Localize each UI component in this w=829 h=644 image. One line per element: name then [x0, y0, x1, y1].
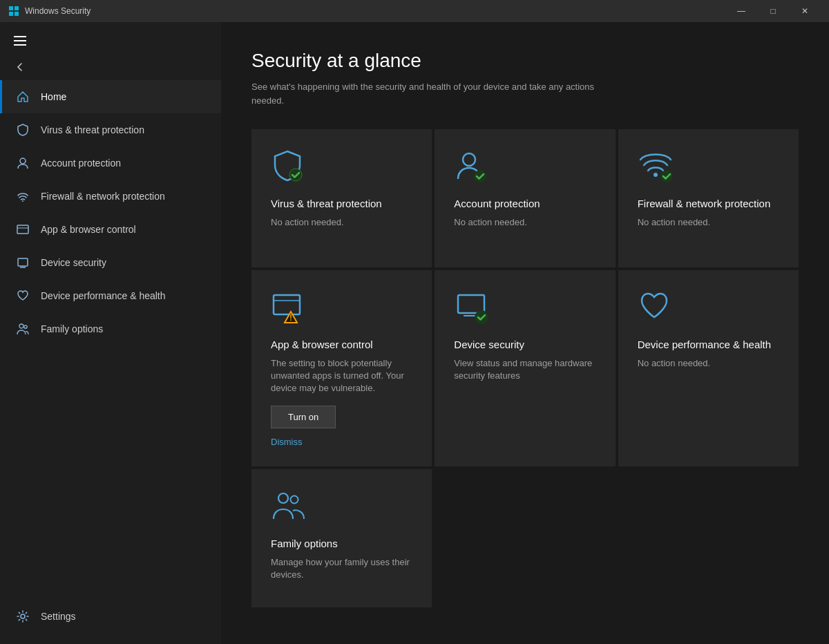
firewall-card-desc: No action needed. [638, 216, 779, 229]
family-card-title: Family options [271, 537, 412, 551]
app-icon [8, 6, 19, 17]
sidebar-item-virus[interactable]: Virus & threat protection [0, 113, 221, 146]
browser-icon [16, 222, 30, 236]
device-perf-card-icon [638, 290, 674, 325]
virus-card-desc: No action needed. [271, 216, 412, 229]
dismiss-link[interactable]: Dismiss [271, 437, 412, 447]
cards-row-3: Family options Manage how your family us… [251, 469, 799, 607]
sidebar-item-family[interactable]: Family options [0, 312, 221, 345]
svg-point-5 [22, 200, 23, 202]
svg-point-26 [278, 493, 288, 503]
virus-card[interactable]: Virus & threat protection No action need… [251, 129, 432, 267]
firewall-card-icon [638, 149, 674, 184]
app-browser-card[interactable]: ! App & browser control The setting to b… [251, 270, 432, 466]
sidebar-item-app-browser-label: App & browser control [41, 224, 136, 235]
maximize-button[interactable]: □ [757, 0, 789, 22]
window-controls: — □ ✕ [725, 0, 821, 22]
app-browser-card-desc: The setting to block potentially unwante… [271, 357, 412, 395]
svg-point-14 [289, 169, 302, 181]
app-browser-card-title: App & browser control [271, 338, 412, 352]
sidebar-item-device-security-label: Device security [41, 257, 106, 268]
svg-point-16 [474, 170, 486, 182]
sidebar-nav: Home Virus & threat protection [0, 80, 221, 594]
device-perf-card-title: Device performance & health [638, 338, 779, 352]
device-security-icon [16, 256, 30, 269]
svg-rect-1 [15, 6, 19, 10]
app-browser-card-icon: ! [271, 290, 307, 325]
device-security-card[interactable]: Device security View status and manage h… [435, 270, 615, 466]
svg-point-25 [475, 310, 488, 324]
sidebar-item-virus-label: Virus & threat protection [41, 124, 144, 135]
turn-on-button[interactable]: Turn on [271, 406, 336, 428]
sidebar-item-device-security[interactable]: Device security [0, 246, 221, 279]
account-card-icon [454, 149, 490, 184]
svg-point-17 [654, 173, 658, 177]
sidebar-item-home[interactable]: Home [0, 80, 221, 113]
svg-point-10 [19, 324, 23, 328]
sidebar-settings: Settings [0, 600, 221, 644]
titlebar: Windows Security — □ ✕ [0, 0, 829, 22]
settings-icon [16, 609, 30, 623]
sidebar-item-device-perf-label: Device performance & health [41, 290, 166, 301]
sidebar-item-account-label: Account protection [41, 158, 121, 169]
virus-card-icon [271, 149, 307, 184]
wifi-icon [16, 189, 30, 203]
main-content: Security at a glance See what's happenin… [221, 22, 829, 644]
device-perf-card[interactable]: Device performance & health No action ne… [618, 270, 799, 466]
device-perf-card-desc: No action needed. [638, 357, 779, 370]
sidebar-item-settings[interactable]: Settings [0, 600, 221, 633]
app-body: Home Virus & threat protection [0, 22, 829, 644]
account-card-desc: No action needed. [454, 216, 595, 229]
page-subtitle: See what's happening with the security a… [251, 80, 597, 107]
sidebar-item-firewall[interactable]: Firewall & network protection [0, 180, 221, 213]
account-card[interactable]: Account protection No action needed. [435, 129, 615, 267]
minimize-button[interactable]: — [725, 0, 757, 22]
person-icon [16, 156, 30, 170]
hamburger-icon [14, 36, 26, 46]
svg-point-27 [291, 496, 298, 504]
cards-row-1: Virus & threat protection No action need… [251, 129, 799, 267]
back-button[interactable] [0, 54, 221, 80]
svg-point-12 [21, 614, 25, 618]
svg-rect-6 [17, 225, 28, 234]
close-button[interactable]: ✕ [789, 0, 821, 22]
device-security-card-title: Device security [454, 338, 595, 352]
device-security-card-icon [454, 290, 490, 325]
sidebar-item-firewall-label: Firewall & network protection [41, 191, 165, 202]
family-card-icon [271, 489, 307, 524]
svg-rect-23 [458, 295, 484, 313]
svg-point-4 [20, 158, 26, 164]
family-card[interactable]: Family options Manage how your family us… [251, 469, 432, 607]
cards-row-2: ! App & browser control The setting to b… [251, 270, 799, 466]
titlebar-title: Windows Security [25, 6, 725, 16]
sidebar-item-device-perf[interactable]: Device performance & health [0, 279, 221, 312]
svg-text:!: ! [289, 313, 292, 323]
device-security-card-desc: View status and manage hardware security… [454, 357, 595, 382]
sidebar-item-home-label: Home [41, 91, 66, 102]
sidebar-settings-label: Settings [41, 611, 76, 622]
family-card-desc: Manage how your family uses their device… [271, 556, 412, 581]
back-icon [14, 61, 26, 73]
home-icon [16, 90, 30, 104]
firewall-card-title: Firewall & network protection [638, 197, 779, 211]
svg-point-11 [24, 325, 27, 328]
svg-rect-2 [9, 12, 13, 16]
heart-icon [16, 289, 30, 303]
svg-rect-0 [9, 6, 13, 10]
virus-card-title: Virus & threat protection [271, 197, 412, 211]
sidebar-item-family-label: Family options [41, 323, 103, 334]
family-icon [16, 322, 30, 336]
hamburger-button[interactable] [0, 28, 221, 54]
firewall-card[interactable]: Firewall & network protection No action … [618, 129, 799, 267]
svg-rect-3 [15, 12, 19, 16]
sidebar: Home Virus & threat protection [0, 22, 221, 644]
shield-icon [16, 123, 30, 137]
svg-rect-8 [18, 258, 28, 266]
svg-rect-19 [274, 295, 300, 314]
account-card-title: Account protection [454, 197, 595, 211]
svg-point-18 [660, 170, 673, 182]
sidebar-item-app-browser[interactable]: App & browser control [0, 213, 221, 246]
sidebar-item-account[interactable]: Account protection [0, 146, 221, 180]
svg-point-15 [463, 153, 475, 166]
page-title: Security at a glance [251, 50, 799, 72]
